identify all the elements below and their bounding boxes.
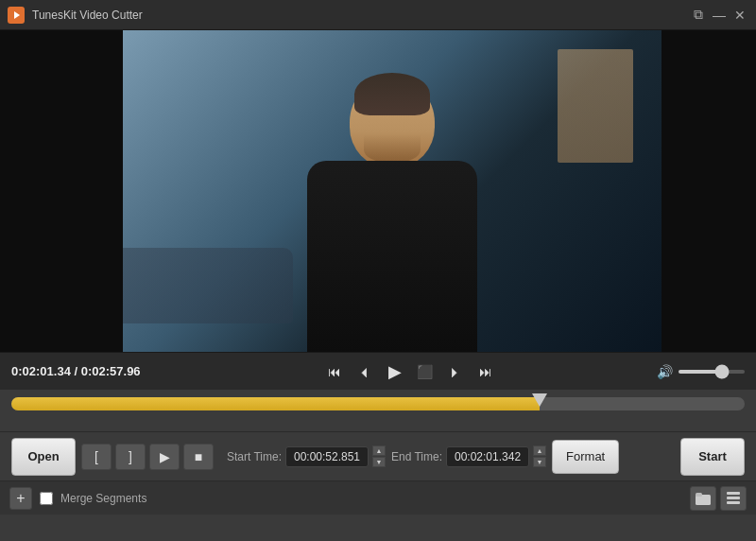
timeline-thumb [532,393,547,407]
folder-button[interactable] [690,486,716,511]
scene-background-car [123,248,293,323]
format-button[interactable]: Format [552,440,619,474]
video-player [0,30,756,352]
svg-rect-5 [727,497,740,499]
svg-rect-3 [696,493,702,497]
merge-segments-checkbox[interactable] [40,492,53,505]
video-pillar-right [662,30,756,352]
preview-cut-button[interactable]: ▶ [149,444,180,470]
minimize-button[interactable]: — [711,7,728,24]
edit-tool-buttons: [ ] ▶ ■ [81,444,214,470]
app-icon [8,7,25,24]
edit-row: [ ] ▶ ■ Start Time: 00:00:52.851 ▲ ▼ End… [81,440,675,474]
person-body [307,161,477,352]
end-time-up[interactable]: ▲ [533,445,546,456]
edit-controls-bar: Open [ ] ▶ ■ Start Time: 00:00:52.851 ▲ … [0,431,756,480]
video-pillar-left [0,30,123,352]
start-time-label: Start Time: [227,450,282,463]
frame-back-button[interactable]: ⏴ [352,358,378,385]
video-frame [0,30,756,352]
bottom-bar: + Merge Segments [0,480,756,515]
close-button[interactable]: ✕ [731,7,748,24]
time-display: 0:02:01.34 / 0:02:57.96 [11,364,163,378]
start-time-down[interactable]: ▼ [372,457,386,467]
svg-rect-6 [727,501,740,504]
end-time-value: 00:02:01.342 [446,446,529,467]
start-button[interactable]: Start [680,438,745,476]
app-title: TunesKit Video Cutter [32,9,690,22]
scene-background-door [558,49,633,163]
end-time-spinner: ▲ ▼ [533,445,546,467]
stop-button[interactable]: ⬛ [412,358,438,385]
list-button[interactable] [720,486,747,511]
end-time-group: End Time: 00:02:01.342 ▲ ▼ [391,445,546,467]
snapshot-button[interactable]: ■ [183,444,214,470]
restore-button[interactable]: ⧉ [690,7,707,24]
timeline-area[interactable] [0,390,756,431]
start-time-value: 00:00:52.851 [285,446,369,467]
volume-control: 🔊 [657,364,745,379]
start-time-spinner: ▲ ▼ [372,445,386,467]
mark-out-button[interactable]: ] [115,444,146,470]
playback-controls: 0:02:01.34 / 0:02:57.96 ⏮ ⏴ ▶ ⬛ ⏵ ⏭ 🔊 [0,352,756,390]
step-back-button[interactable]: ⏮ [321,358,348,385]
video-scene [123,30,662,352]
volume-slider[interactable] [679,370,745,374]
volume-icon: 🔊 [657,364,673,379]
frame-forward-button[interactable]: ⏵ [442,358,469,385]
person-head [350,78,435,167]
merge-segments-label: Merge Segments [60,492,146,505]
playback-buttons: ⏮ ⏴ ▶ ⬛ ⏵ ⏭ [170,358,649,385]
svg-rect-4 [727,492,740,495]
start-time-up[interactable]: ▲ [372,445,386,456]
end-time-down[interactable]: ▼ [533,457,546,467]
timeline-track[interactable] [11,397,745,410]
timeline-progress [11,397,540,410]
add-segment-button[interactable]: + [9,487,32,510]
title-bar: TunesKit Video Cutter ⧉ — ✕ [0,0,756,30]
start-time-group: Start Time: 00:00:52.851 ▲ ▼ [227,445,386,467]
video-person [298,78,487,352]
mark-in-button[interactable]: [ [81,444,112,470]
window-controls: ⧉ — ✕ [690,7,748,24]
bottom-right-buttons [690,486,747,511]
play-button[interactable]: ▶ [382,358,408,385]
person-hair [354,73,430,115]
person-stubble [364,134,421,163]
end-time-label: End Time: [391,450,442,463]
step-forward-button[interactable]: ⏭ [472,358,499,385]
open-button[interactable]: Open [11,438,76,476]
